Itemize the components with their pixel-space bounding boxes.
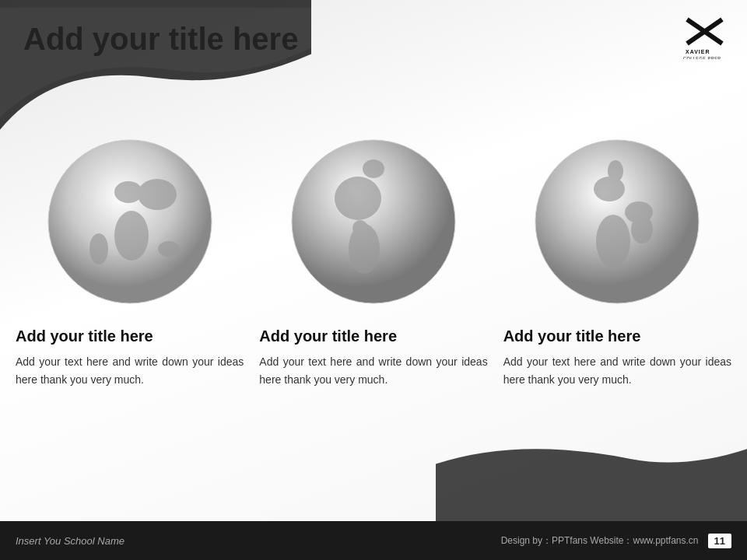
svg-point-16: [352, 220, 368, 236]
credit-label: Design by：PPTfans Website：www.pptfans.cn: [501, 534, 699, 548]
svg-point-9: [89, 233, 108, 264]
bottom-right-group: Design by：PPTfans Website：www.pptfans.cn…: [501, 534, 731, 548]
card-3: Add your title here Add your text here a…: [503, 128, 731, 389]
svg-point-20: [596, 215, 630, 268]
main-title: Add your title here: [23, 22, 298, 57]
svg-text:XAVIER: XAVIER: [686, 49, 710, 54]
globe-2-wrapper: [259, 128, 487, 315]
globe-3-icon: [524, 128, 710, 315]
slide: XAVIER COLLEGE PREP Add your title here: [0, 0, 747, 560]
card-1-body: Add your text here and write down your i…: [16, 353, 244, 389]
swoosh-top-decoration: [0, 0, 311, 140]
card-2: Add your title here Add your text here a…: [259, 128, 487, 389]
page-number: 11: [708, 534, 731, 548]
globe-1-wrapper: [16, 128, 244, 315]
svg-point-23: [631, 215, 653, 243]
globe-2-icon: [280, 128, 467, 315]
card-1: Add your title here Add your text here a…: [16, 128, 244, 389]
card-2-title: Add your title here: [259, 327, 397, 345]
bottom-bar: Insert You School Name Design by：PPTfans…: [0, 521, 747, 560]
xavier-logo: XAVIER COLLEGE PREP: [677, 14, 731, 61]
card-1-title: Add your title here: [16, 327, 153, 345]
svg-point-19: [594, 177, 625, 201]
svg-point-8: [138, 179, 177, 210]
school-name-label: Insert You School Name: [16, 535, 124, 547]
svg-point-7: [114, 211, 149, 261]
svg-text:COLLEGE PREP: COLLEGE PREP: [683, 56, 721, 59]
svg-point-13: [335, 177, 381, 220]
svg-point-15: [363, 159, 384, 178]
svg-point-22: [608, 160, 623, 182]
swoosh-bottom-decoration: [436, 428, 747, 521]
card-2-body: Add your text here and write down your i…: [259, 353, 487, 389]
globe-1-icon: [37, 128, 223, 315]
globe-3-wrapper: [503, 128, 731, 315]
svg-point-10: [158, 241, 180, 257]
cards-container: Add your title here Add your text here a…: [16, 128, 731, 389]
card-3-body: Add your text here and write down your i…: [503, 353, 731, 389]
card-3-title: Add your title here: [503, 327, 641, 345]
